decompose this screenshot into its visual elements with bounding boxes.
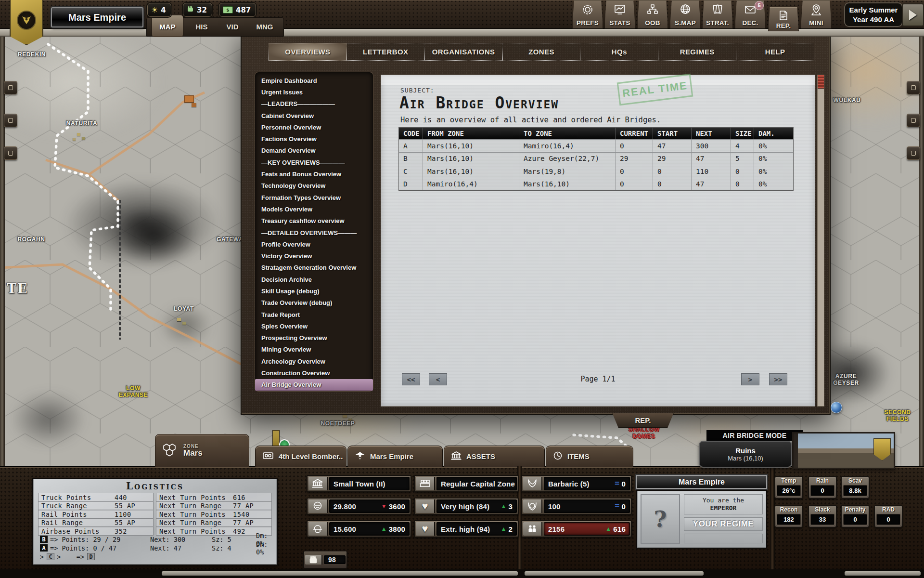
bridge-badge: B xyxy=(40,536,48,543)
menu-item[interactable]: Skill Usage (debug) xyxy=(255,285,373,297)
paper-scrollbar[interactable] xyxy=(817,75,824,407)
menu-item[interactable]: Cabinet Overview xyxy=(255,110,373,121)
menu-item[interactable]: Construction Overview xyxy=(255,367,373,379)
menu-item[interactable]: Profile Overview xyxy=(255,238,373,250)
menu-item[interactable]: Stratagem Generation Overview xyxy=(255,262,373,274)
zone-culture[interactable]: Barbaric (5) =0 xyxy=(521,475,632,492)
resource-energy[interactable]: ☀ 4 xyxy=(147,3,171,17)
zone-type[interactable]: Regular Capital Zone xyxy=(414,475,519,492)
crates-icon xyxy=(416,477,435,490)
menu-item[interactable]: Empire Dashboard xyxy=(255,75,373,86)
page-title: Air Bridge Overview xyxy=(399,93,559,112)
zone-happiness[interactable]: ♥ Very high (84) ▲3 xyxy=(414,498,519,515)
oob-button[interactable]: OOB xyxy=(637,0,668,28)
menu-item[interactable]: Trade Report xyxy=(255,309,373,320)
tab-hqs[interactable]: HQs xyxy=(580,43,658,61)
prefs-button[interactable]: PREFS xyxy=(572,0,603,28)
map-side-button[interactable] xyxy=(907,146,920,160)
table-row[interactable]: D Mamiro(16,4) Mars(16,10) 0 0 47 0 0% xyxy=(399,178,793,191)
stats-button[interactable]: STATS xyxy=(604,0,635,28)
map-side-button[interactable] xyxy=(907,114,920,127)
menu-item[interactable]: Archeology Overview xyxy=(255,355,373,367)
dec-button[interactable]: 5 DEC. xyxy=(735,0,766,28)
menu-item[interactable]: Mining Overview xyxy=(255,344,373,355)
leader-portrait[interactable]: ? xyxy=(641,494,680,544)
tab-letterbox[interactable]: LETTERBOX xyxy=(346,43,425,61)
menu-item[interactable]: Urgent Issues xyxy=(255,86,373,98)
up-arrow-icon: ▲ xyxy=(605,525,611,532)
menu-item[interactable]: Models Overview xyxy=(255,203,373,215)
map-side-button[interactable] xyxy=(4,81,17,94)
empire-tab[interactable]: Mars Empire xyxy=(347,446,443,467)
menu-item[interactable]: Trade Overview (debug) xyxy=(255,297,373,309)
bottom-rail-segment xyxy=(162,571,518,576)
tab-his[interactable]: HIS xyxy=(188,19,215,35)
table-row[interactable]: C Mars(16,10) Mars(19,8) 0 0 110 0 0% xyxy=(399,165,793,178)
eagle-icon xyxy=(355,451,365,462)
menu-item[interactable]: Personnel Overview xyxy=(255,121,373,133)
tab-regimes[interactable]: REGIMES xyxy=(658,43,736,61)
menu-item-air-bridge-overview[interactable]: Air Bridge Overview xyxy=(255,379,373,391)
fist-icon xyxy=(187,5,194,14)
mini-button[interactable]: MINI xyxy=(801,0,832,28)
menu-item[interactable]: Demand Overview xyxy=(255,145,373,157)
map-side-button[interactable] xyxy=(4,114,17,127)
page-description: Here is an overview of all active and or… xyxy=(400,116,661,124)
tab-organisations[interactable]: ORGANISATIONS xyxy=(424,43,503,61)
fist-icon xyxy=(305,555,322,565)
page-last-button[interactable]: >> xyxy=(769,373,787,385)
empire-banner[interactable] xyxy=(10,0,43,45)
air-bridge-row-b[interactable]: B => Points: 29 / 29 Next: 300 Sz: 5 Dm:… xyxy=(38,535,272,544)
menu-item[interactable]: Feats and Bonus Overview xyxy=(255,168,373,180)
end-turn-button[interactable] xyxy=(902,3,924,26)
zone-loyalty[interactable]: 100 =0 xyxy=(521,498,632,515)
down-arrow-icon: ▼ xyxy=(381,503,387,510)
menu-item[interactable]: Spies Overview xyxy=(255,320,373,332)
tab-overviews[interactable]: OVERVIEWS xyxy=(269,43,347,61)
tab-vid[interactable]: VID xyxy=(219,19,246,35)
rep-button[interactable]: REP. xyxy=(768,7,799,31)
menu-item[interactable]: Formation Types Overview xyxy=(255,192,373,203)
strat-button[interactable]: STRAT. xyxy=(702,0,733,28)
selected-hex-panel[interactable]: Ruins Mars (16,10) xyxy=(699,441,792,468)
unit-tab[interactable]: 4th Level Bomber.. xyxy=(255,446,346,467)
page-next-button[interactable]: > xyxy=(741,373,759,385)
tab-help[interactable]: HELP xyxy=(736,43,814,61)
zone-population-total[interactable]: 2156 ▲616 xyxy=(521,520,632,538)
window-rep-tab[interactable]: REP. xyxy=(612,413,674,428)
map-side-button[interactable] xyxy=(4,146,17,160)
zone-town-level[interactable]: Small Town (II) xyxy=(307,475,411,492)
zone-tab[interactable]: ZONE Mars xyxy=(155,434,249,467)
menu-item[interactable]: Decision Archive xyxy=(255,274,373,285)
resource-political-points[interactable]: 32 xyxy=(183,3,212,17)
smap-button[interactable]: S.MAP xyxy=(670,0,701,28)
air-bridge-row-a[interactable]: A => Points: 0 / 47 Next: 47 Sz: 4 Dm: 0… xyxy=(38,544,272,552)
resource-credits[interactable]: $ 487 xyxy=(219,3,256,17)
zone-workers[interactable]: 15.600 ▲3800 xyxy=(307,520,411,538)
political-points-box[interactable]: 98 xyxy=(303,551,347,569)
menu-item[interactable]: Factions Overview xyxy=(255,133,373,144)
map-side-button[interactable] xyxy=(907,81,920,94)
assets-tab[interactable]: ASSETS xyxy=(444,446,545,467)
menu-item[interactable]: Technology Overview xyxy=(255,180,373,192)
tab-mng[interactable]: MNG xyxy=(250,19,280,35)
your-regime-button[interactable]: YOUR REGIME xyxy=(684,517,763,531)
tab-zones[interactable]: ZONES xyxy=(502,43,581,61)
table-row[interactable]: A Mars(16,10) Mamiro(16,4) 0 47 300 4 0% xyxy=(399,139,793,152)
zone-population-stat[interactable]: 29.800 ▼3600 xyxy=(307,498,411,515)
map-structure xyxy=(343,414,347,418)
tab-map[interactable]: MAP xyxy=(152,15,183,37)
items-tab[interactable]: ITEMS xyxy=(546,446,633,467)
gauge-scav: Scav8.8k xyxy=(841,476,870,499)
map-structure xyxy=(177,318,181,321)
empire-crest-icon xyxy=(17,11,36,30)
menu-item[interactable]: Prospecting Overview xyxy=(255,332,373,344)
table-row[interactable]: B Mars(16,10) Azure Geyser(22,7) 29 29 4… xyxy=(399,152,793,165)
globe-marker[interactable] xyxy=(831,402,842,413)
menu-item[interactable]: Treasury cashflow overview xyxy=(255,215,373,227)
menu-item[interactable]: Victory Overview xyxy=(255,250,373,262)
hexes-icon xyxy=(162,443,179,459)
air-bridge-route-row[interactable]: > C > => D xyxy=(38,552,272,561)
scrollbar-thumb[interactable] xyxy=(818,75,824,89)
zone-contentment[interactable]: ♥ Extr. high (94) ▲2 xyxy=(414,520,519,538)
